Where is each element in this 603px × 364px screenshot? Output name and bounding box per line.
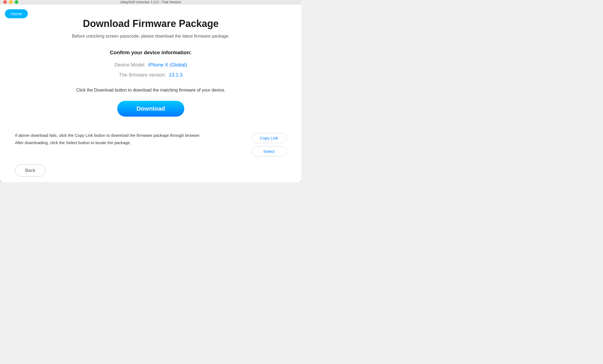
bottom-line2: After downloading, click the Select butt… xyxy=(15,140,200,145)
subtitle-text: Before unlocking screen passcode, please… xyxy=(72,34,230,39)
device-info: Device Model: iPhone X (Global) The firm… xyxy=(114,62,187,78)
device-model-value: iPhone X (Global) xyxy=(148,62,187,68)
download-button[interactable]: Download xyxy=(117,101,184,117)
minimize-button[interactable] xyxy=(9,0,13,4)
copy-link-button[interactable]: Copy Link xyxy=(251,133,287,143)
firmware-version-value: 13.1.3 xyxy=(169,72,183,78)
content-area: Home Download Firmware Package Before un… xyxy=(0,4,302,182)
firmware-version-row: The firmware version: 13.1.3 xyxy=(119,72,182,78)
window-title: UkeySoft Unlocker 1.0.0 - Trial Version xyxy=(120,0,181,4)
main-content: Download Firmware Package Before unlocki… xyxy=(0,4,302,133)
firmware-version-label: The firmware version: xyxy=(119,72,166,78)
app-window: UkeySoft Unlocker 1.0.0 - Trial Version … xyxy=(0,0,302,182)
maximize-button[interactable] xyxy=(15,0,18,4)
close-button[interactable] xyxy=(3,0,7,4)
home-button[interactable]: Home xyxy=(5,9,28,18)
page-title: Download Firmware Package xyxy=(83,18,219,29)
bottom-text: If above download fails, click the Copy … xyxy=(15,133,200,145)
confirm-label: Confirm your device information: xyxy=(110,50,192,56)
bottom-section: If above download fails, click the Copy … xyxy=(0,133,302,165)
back-section: Back xyxy=(0,165,302,182)
click-instruction: Click the Download button to download th… xyxy=(76,88,225,93)
back-button[interactable]: Back xyxy=(15,165,46,177)
side-buttons: Copy Link Select xyxy=(251,133,287,156)
titlebar: UkeySoft Unlocker 1.0.0 - Trial Version xyxy=(0,0,302,4)
select-button[interactable]: Select xyxy=(251,146,287,156)
device-model-label: Device Model: xyxy=(114,62,146,68)
footer: If above download fails, click the Copy … xyxy=(0,133,302,182)
traffic-lights xyxy=(3,0,18,4)
bottom-line1: If above download fails, click the Copy … xyxy=(15,133,200,138)
device-model-row: Device Model: iPhone X (Global) xyxy=(114,62,187,68)
